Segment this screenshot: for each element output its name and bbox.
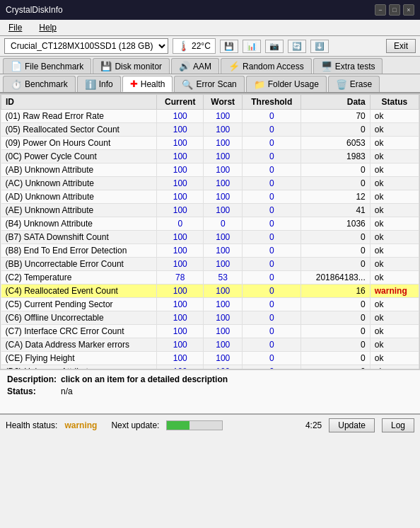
progress-bar <box>166 420 223 430</box>
menu-file[interactable]: File <box>6 21 25 34</box>
table-row[interactable]: (C2) Temperature78530201864183...ok <box>1 271 419 285</box>
tab-health[interactable]: ✚ Health <box>122 76 173 92</box>
cell-current: 100 <box>157 123 204 137</box>
cell-worst: 100 <box>204 231 243 244</box>
cell-data: 201864183... <box>301 271 370 285</box>
cell-worst: 100 <box>204 163 243 177</box>
tab-error-scan[interactable]: 🔍 Error Scan <box>174 76 244 92</box>
table-row[interactable]: (C4) Reallocated Event Count100100016war… <box>1 285 419 298</box>
table-row[interactable]: (CE) Flying Height10010000ok <box>1 352 419 365</box>
log-button[interactable]: Log <box>382 418 414 432</box>
cell-id: (C2) Temperature <box>1 271 157 285</box>
cell-worst: 100 <box>204 137 243 150</box>
cell-status: ok <box>370 137 419 150</box>
table-row[interactable]: (CA) Data Address Marker errors10010000o… <box>1 338 419 352</box>
cell-id: (B4) Unknown Attribute <box>1 217 157 231</box>
disk-monitor-icon: 💾 <box>100 61 112 71</box>
title-bar: CrystalDiskInfo − □ × <box>0 0 420 20</box>
next-update-label: Next update: <box>111 420 159 430</box>
cell-status: ok <box>370 338 419 352</box>
cell-status: ok <box>370 150 419 163</box>
tab-extra-tests[interactable]: 🖥️ Extra tests <box>313 58 383 74</box>
exit-button[interactable]: Exit <box>386 39 416 53</box>
cell-status: ok <box>370 352 419 365</box>
cell-status: ok <box>370 258 419 271</box>
window-controls: − □ × <box>375 4 414 16</box>
maximize-button[interactable]: □ <box>389 4 400 16</box>
table-row[interactable]: (C6) Offline Uncorrectable10010000ok <box>1 311 419 325</box>
description-value: click on an item for a detailed descript… <box>61 374 228 384</box>
camera-btn[interactable]: 📷 <box>265 40 284 53</box>
cell-data: 16 <box>301 285 370 298</box>
table-row[interactable]: (09) Power On Hours Count10010006053ok <box>1 137 419 150</box>
cell-status: ok <box>370 177 419 190</box>
cell-id: (09) Power On Hours Count <box>1 137 157 150</box>
cell-data: 0 <box>301 177 370 190</box>
info-icon: ℹ️ <box>85 79 96 90</box>
table-row[interactable]: (C5) Current Pending Sector10010000ok <box>1 298 419 311</box>
cell-status: ok <box>370 271 419 285</box>
cell-data: 6053 <box>301 137 370 150</box>
aam-icon: 🔊 <box>179 61 190 71</box>
table-row[interactable]: (C7) Interface CRC Error Count10010000ok <box>1 325 419 338</box>
table-row[interactable]: (0C) Power Cycle Count10010001983ok <box>1 150 419 163</box>
update-button[interactable]: Update <box>329 418 375 432</box>
health-icon: ✚ <box>130 79 138 89</box>
table-row[interactable]: (B4) Unknown Attribute0001036ok <box>1 217 419 231</box>
table-row[interactable]: (B7) SATA Downshift Count10010000ok <box>1 231 419 244</box>
tab-erase[interactable]: 🗑️ Erase <box>328 76 380 92</box>
smart-table-container[interactable]: ID Current Worst Threshold Data Status (… <box>0 93 420 369</box>
cell-id: (AC) Unknown Attribute <box>1 177 157 190</box>
cell-threshold: 0 <box>243 311 301 325</box>
col-header-id: ID <box>1 95 157 110</box>
cell-worst: 0 <box>204 217 243 231</box>
graph-btn[interactable]: 📊 <box>243 40 261 53</box>
cell-current: 100 <box>157 258 204 271</box>
refresh-icon: 🔄 <box>292 42 302 51</box>
close-button[interactable]: × <box>403 4 414 16</box>
cell-threshold: 0 <box>243 177 301 190</box>
tab-info[interactable]: ℹ️ Info <box>77 76 121 92</box>
cell-threshold: 0 <box>243 338 301 352</box>
time-display: 4:25 <box>305 420 322 430</box>
col-header-status: Status <box>370 95 419 110</box>
disk-selector[interactable]: Crucial_CT128MX100SSD1 (128 GB) <box>4 38 168 54</box>
table-row[interactable]: (AD) Unknown Attribute100100012ok <box>1 190 419 204</box>
down-btn[interactable]: ⬇️ <box>310 40 329 53</box>
cell-id: (CE) Flying Height <box>1 352 157 365</box>
status-label: Status: <box>7 386 57 396</box>
cell-status: ok <box>370 325 419 338</box>
cell-threshold: 0 <box>243 163 301 177</box>
table-row[interactable]: (BB) Uncorrectable Error Count10010000ok <box>1 258 419 271</box>
table-row[interactable]: (AC) Unknown Attribute10010000ok <box>1 177 419 190</box>
cell-data: 1036 <box>301 217 370 231</box>
cell-current: 100 <box>157 338 204 352</box>
tab-file-benchmark[interactable]: 📄 File Benchmark <box>3 58 91 74</box>
cell-worst: 100 <box>204 244 243 258</box>
tab-aam[interactable]: 🔊 AAM <box>171 58 219 74</box>
benchmark-icon: ⏱️ <box>11 79 22 90</box>
cell-id: (B7) SATA Downshift Count <box>1 231 157 244</box>
cell-current: 100 <box>157 244 204 258</box>
cell-id: (C7) Interface CRC Error Count <box>1 325 157 338</box>
menu-help[interactable]: Help <box>36 21 59 34</box>
cell-status: ok <box>370 163 419 177</box>
cell-worst: 100 <box>204 110 243 123</box>
refresh-btn[interactable]: 🔄 <box>288 40 306 53</box>
smart-info-btn[interactable]: 💾 <box>220 40 238 53</box>
table-row[interactable]: (01) Raw Read Error Rate100100070ok <box>1 110 419 123</box>
cell-current: 100 <box>157 110 204 123</box>
table-row[interactable]: (AE) Unknown Attribute100100041ok <box>1 204 419 217</box>
table-row[interactable]: (AB) Unknown Attribute10010000ok <box>1 163 419 177</box>
cell-data: 0 <box>301 352 370 365</box>
tab-benchmark[interactable]: ⏱️ Benchmark <box>3 76 76 92</box>
cell-worst: 100 <box>204 204 243 217</box>
cell-threshold: 0 <box>243 258 301 271</box>
tab-folder-usage[interactable]: 📁 Folder Usage <box>246 76 327 92</box>
table-row[interactable]: (B8) End To End Error Detection10010000o… <box>1 244 419 258</box>
tab-random-access[interactable]: ⚡ Random Access <box>221 58 312 74</box>
minimize-button[interactable]: − <box>375 4 386 16</box>
table-row[interactable]: (05) Reallocated Sector Count10010000ok <box>1 123 419 137</box>
cell-current: 100 <box>157 298 204 311</box>
tab-disk-monitor[interactable]: 💾 Disk monitor <box>93 58 170 74</box>
